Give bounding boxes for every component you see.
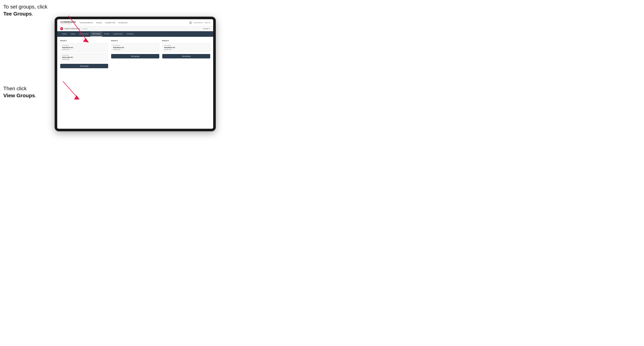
tabs-bar: Details Teams Course Setup Tee Groups Re…: [57, 31, 213, 37]
round-3-column: Round 3 (Course A) Peachtree GC Stroke P…: [162, 40, 210, 68]
logo-c-letter: S: [60, 21, 62, 23]
event-bar-left: C Clippd Invitational (M... Hosting: [60, 27, 88, 30]
tab-tee-groups[interactable]: Tee Groups: [90, 31, 102, 37]
round-2-course-a-card: (Course A) Peachtree GC Stroke Play: [111, 43, 159, 52]
instruction-top-line1: To set groups, click: [3, 4, 48, 10]
tablet: SCOREBOARD Powered by clippit TOURNAMENT…: [55, 17, 216, 131]
main-content: Round 1 (Course A) Peachtree GC Stroke P…: [57, 37, 213, 129]
rounds-container: Round 1 (Course A) Peachtree GC Stroke P…: [60, 40, 210, 68]
tablet-screen: SCOREBOARD Powered by clippit TOURNAMENT…: [57, 19, 213, 129]
round-2-course-a-type: Stroke Play: [113, 49, 157, 50]
tab-teams[interactable]: Teams: [69, 31, 77, 37]
round-1-course-b-label: (Course B): [62, 54, 106, 56]
round-2-title: Round 2: [111, 40, 159, 42]
logo-area: SCOREBOARD Powered by clippit: [60, 21, 76, 24]
round-1-title: Round 1: [60, 40, 108, 42]
round-3-course-a-card: (Course A) Peachtree GC Stroke Play: [162, 43, 210, 52]
round-3-title: Round 3: [162, 40, 210, 42]
round-3-view-groups-button[interactable]: View groups: [162, 54, 210, 58]
instruction-bottom-line1: Then click: [3, 86, 27, 91]
round-3-course-a-name: Peachtree GC: [164, 47, 208, 48]
round-1-course-b-type: Stroke Play: [62, 58, 106, 60]
nav-committee[interactable]: COMMITTEE: [105, 22, 116, 24]
instruction-top-punct: .: [32, 11, 33, 17]
round-1-view-groups-button[interactable]: View groups: [60, 64, 108, 68]
nav-teams[interactable]: TEAMS: [96, 22, 102, 24]
top-nav-right: blair@clippd.io Sign out: [189, 21, 210, 24]
instruction-top-line2: Tee Groups: [3, 11, 32, 17]
event-bar: C Clippd Invitational (M... Hosting Canc…: [57, 26, 213, 31]
event-name: Clippd Invitational (M...: [64, 28, 81, 30]
instruction-bottom-line2: View Groups: [3, 93, 35, 98]
tab-leaderboards[interactable]: Leaderboards: [111, 31, 124, 37]
round-1-course-a-label: (Course A): [62, 45, 106, 46]
round-2-course-a-name: Peachtree GC: [113, 47, 157, 48]
nav-tournaments[interactable]: TOURNAMENTS: [80, 22, 93, 24]
instruction-bottom-punct: .: [35, 93, 36, 98]
tab-printables[interactable]: Printables: [125, 31, 136, 37]
sign-out-link[interactable]: Sign out: [205, 22, 210, 23]
event-icon: C: [60, 27, 63, 30]
round-1-course-a-type: Stroke Play: [62, 49, 106, 50]
tab-course-setup[interactable]: Course Setup: [77, 31, 90, 37]
instruction-bottom: Then click View Groups.: [3, 85, 36, 99]
round-3-course-a-type: Stroke Play: [164, 49, 208, 50]
round-1-course-b-card: (Course B) East Lake GC Stroke Play: [60, 53, 108, 62]
top-nav: SCOREBOARD Powered by clippit TOURNAMENT…: [57, 19, 213, 26]
round-2-column: Round 2 (Course A) Peachtree GC Stroke P…: [111, 40, 159, 68]
cancel-button[interactable]: Cancel ✕: [203, 28, 210, 30]
top-nav-links: TOURNAMENTS TEAMS COMMITTEE RANKINGS: [80, 22, 189, 24]
round-1-column: Round 1 (Course A) Peachtree GC Stroke P…: [60, 40, 108, 68]
logo-sub: Powered by clippit: [60, 23, 76, 24]
round-3-course-a-label: (Course A): [164, 45, 208, 46]
round-2-view-groups-button[interactable]: View groups: [111, 54, 159, 58]
nav-rankings[interactable]: RANKINGS: [118, 22, 128, 24]
user-email: blair@clippd.io: [194, 22, 203, 23]
round-1-course-a-name: Peachtree GC: [62, 47, 106, 48]
tab-details[interactable]: Details: [60, 31, 69, 37]
tab-results[interactable]: Results: [102, 31, 111, 37]
avatar: [189, 21, 192, 24]
logo-text: SCOREBOARD: [60, 21, 76, 23]
event-hosting: Hosting: [82, 28, 88, 30]
round-2-course-a-label: (Course A): [113, 45, 157, 46]
round-1-course-b-name: East Lake GC: [62, 56, 106, 58]
instruction-top: To set groups, click Tee Groups.: [3, 3, 48, 17]
round-1-course-a-card: (Course A) Peachtree GC Stroke Play: [60, 43, 108, 52]
